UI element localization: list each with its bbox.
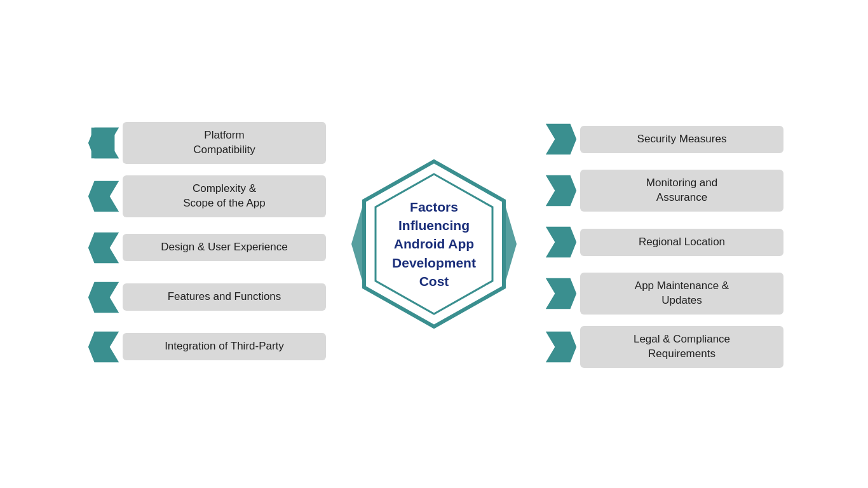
svg-marker-5 bbox=[504, 201, 517, 287]
monitoring-assurance-label: Monitoring andAssurance bbox=[580, 170, 783, 212]
svg-marker-4 bbox=[351, 201, 364, 287]
third-party-label: Integration of Third-Party bbox=[123, 333, 326, 360]
chevron-left-icon bbox=[85, 177, 123, 215]
center-hexagon: FactorsInfluencingAndroid AppDevelopment… bbox=[345, 155, 523, 333]
list-item: Complexity &Scope of the App bbox=[85, 175, 326, 217]
list-item: Legal & ComplianceRequirements bbox=[542, 326, 783, 368]
app-maintenance-label: App Maintenance &Updates bbox=[580, 273, 783, 315]
diagram-container: PlatformCompatibility Complexity &Scope … bbox=[21, 15, 847, 473]
chevron-left-icon bbox=[85, 124, 123, 162]
security-measures-label: Security Measures bbox=[580, 126, 783, 153]
left-column: PlatformCompatibility Complexity &Scope … bbox=[85, 122, 326, 366]
list-item: PlatformCompatibility bbox=[85, 122, 326, 164]
chevron-right-icon bbox=[542, 328, 580, 366]
chevron-right-icon bbox=[542, 274, 580, 313]
list-item: Integration of Third-Party bbox=[85, 328, 326, 366]
features-functions-label: Features and Functions bbox=[123, 283, 326, 311]
list-item: Monitoring andAssurance bbox=[542, 170, 783, 212]
regional-location-label: Regional Location bbox=[580, 229, 783, 256]
list-item: App Maintenance &Updates bbox=[542, 273, 783, 315]
complexity-scope-label: Complexity &Scope of the App bbox=[123, 175, 326, 217]
legal-compliance-label: Legal & ComplianceRequirements bbox=[580, 326, 783, 368]
list-item: Design & User Experience bbox=[85, 229, 326, 267]
center-hex-text: FactorsInfluencingAndroid AppDevelopment… bbox=[392, 198, 476, 291]
design-ux-label: Design & User Experience bbox=[123, 234, 326, 261]
list-item: Regional Location bbox=[542, 223, 783, 261]
chevron-right-icon bbox=[542, 172, 580, 210]
list-item: Features and Functions bbox=[85, 278, 326, 316]
right-column: Security Measures Monitoring andAssuranc… bbox=[542, 120, 783, 368]
list-item: Security Measures bbox=[542, 120, 783, 158]
chevron-left-icon bbox=[85, 229, 123, 267]
chevron-left-icon bbox=[85, 328, 123, 366]
chevron-right-icon bbox=[542, 223, 580, 261]
chevron-right-icon bbox=[542, 120, 580, 158]
platform-compatibility-label: PlatformCompatibility bbox=[123, 122, 326, 164]
chevron-left-icon bbox=[85, 278, 123, 316]
